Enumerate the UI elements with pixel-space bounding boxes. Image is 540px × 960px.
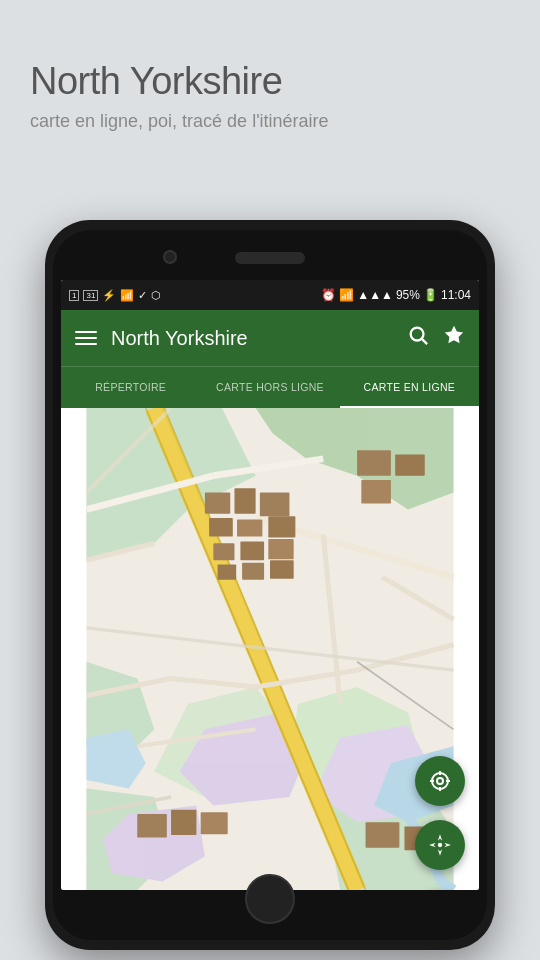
move-button[interactable] bbox=[415, 820, 465, 870]
tab-repertoire-label: RÉPERTOIRE bbox=[95, 381, 166, 393]
fab-container bbox=[415, 756, 465, 870]
battery-percent: 95% bbox=[396, 288, 420, 302]
check-icon: ✓ bbox=[138, 289, 147, 302]
status-right: ⏰ 📶 ▲▲▲ 95% 🔋 11:04 bbox=[321, 288, 471, 302]
tab-en-ligne-label: CARTE EN LIGNE bbox=[364, 381, 456, 393]
svg-rect-35 bbox=[237, 520, 262, 537]
toolbar-title: North Yorkshire bbox=[111, 327, 393, 350]
svg-rect-31 bbox=[205, 493, 230, 514]
top-text-area: North Yorkshire carte en ligne, poi, tra… bbox=[30, 60, 510, 132]
phone-screen: 1 31 ⚡ 📶 ✓ ⬡ ⏰ 📶 ▲▲▲ 95% 🔋 11:04 bbox=[61, 280, 479, 890]
android-icon: ⬡ bbox=[151, 289, 161, 302]
battery-icon: 🔋 bbox=[423, 288, 438, 302]
svg-rect-48 bbox=[201, 812, 228, 834]
svg-point-0 bbox=[411, 328, 424, 341]
svg-rect-44 bbox=[395, 455, 425, 476]
clock: 11:04 bbox=[441, 288, 471, 302]
svg-line-1 bbox=[422, 339, 427, 344]
phone-camera bbox=[163, 250, 177, 264]
signal-icon: 📶 bbox=[120, 289, 134, 302]
svg-rect-49 bbox=[366, 822, 400, 847]
svg-rect-41 bbox=[242, 563, 264, 580]
svg-rect-33 bbox=[260, 493, 290, 517]
map-area bbox=[61, 408, 479, 890]
phone-frame: 1 31 ⚡ 📶 ✓ ⬡ ⏰ 📶 ▲▲▲ 95% 🔋 11:04 bbox=[45, 220, 495, 950]
app-title: North Yorkshire bbox=[30, 60, 510, 103]
tab-bar: RÉPERTOIRE CARTE HORS LIGNE CARTE EN LIG… bbox=[61, 366, 479, 408]
search-button[interactable] bbox=[407, 324, 429, 352]
status-bar: 1 31 ⚡ 📶 ✓ ⬡ ⏰ 📶 ▲▲▲ 95% 🔋 11:04 bbox=[61, 280, 479, 310]
app-toolbar: North Yorkshire bbox=[61, 310, 479, 366]
svg-rect-47 bbox=[171, 810, 196, 835]
phone-home-button[interactable] bbox=[245, 874, 295, 924]
svg-point-56 bbox=[432, 773, 448, 789]
star-button[interactable] bbox=[443, 324, 465, 352]
svg-point-61 bbox=[438, 843, 442, 847]
svg-rect-40 bbox=[218, 564, 237, 579]
tab-en-ligne[interactable]: CARTE EN LIGNE bbox=[340, 367, 479, 408]
phone-inner: 1 31 ⚡ 📶 ✓ ⬡ ⏰ 📶 ▲▲▲ 95% 🔋 11:04 bbox=[53, 230, 487, 940]
svg-rect-32 bbox=[234, 488, 255, 513]
svg-rect-39 bbox=[268, 539, 293, 559]
alarm-icon: ⏰ bbox=[321, 288, 336, 302]
locate-button[interactable] bbox=[415, 756, 465, 806]
signal-bars: ▲▲▲ bbox=[357, 288, 393, 302]
svg-rect-38 bbox=[240, 542, 264, 561]
svg-rect-42 bbox=[270, 560, 294, 579]
app-subtitle: carte en ligne, poi, tracé de l'itinérai… bbox=[30, 111, 510, 132]
svg-rect-36 bbox=[268, 516, 295, 537]
svg-rect-43 bbox=[357, 450, 391, 475]
tab-repertoire[interactable]: RÉPERTOIRE bbox=[61, 367, 200, 408]
wifi-icon: 📶 bbox=[339, 288, 354, 302]
svg-rect-34 bbox=[209, 518, 233, 537]
phone-speaker bbox=[235, 252, 305, 264]
status-icon-1: 1 bbox=[69, 290, 79, 301]
menu-button[interactable] bbox=[75, 331, 97, 345]
svg-rect-37 bbox=[213, 543, 234, 560]
svg-rect-46 bbox=[137, 814, 167, 838]
svg-point-55 bbox=[437, 778, 443, 784]
tab-hors-ligne-label: CARTE HORS LIGNE bbox=[216, 381, 324, 393]
status-left: 1 31 ⚡ 📶 ✓ ⬡ bbox=[69, 289, 161, 302]
status-icon-2: 31 bbox=[83, 290, 98, 301]
svg-rect-45 bbox=[361, 480, 391, 504]
tab-hors-ligne[interactable]: CARTE HORS LIGNE bbox=[200, 367, 339, 408]
svg-marker-2 bbox=[445, 326, 463, 343]
usb-icon: ⚡ bbox=[102, 289, 116, 302]
